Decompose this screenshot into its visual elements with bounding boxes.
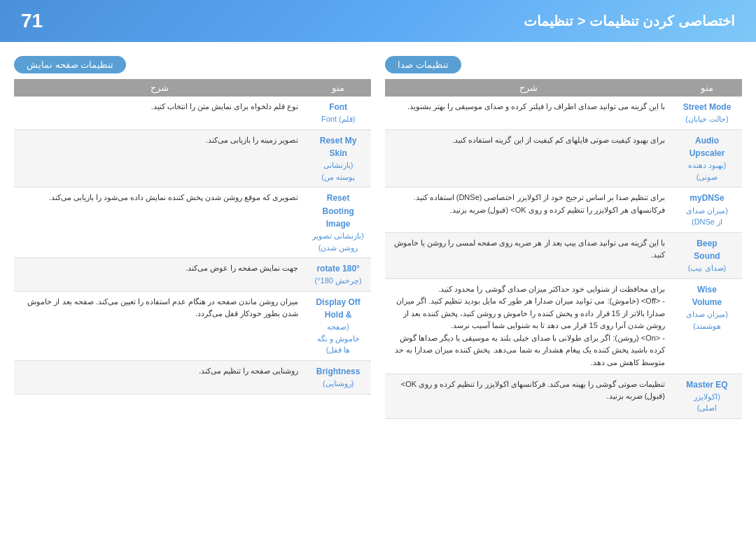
table-row: Reset Booting Image (بازنشانی تصویر روشن… bbox=[14, 187, 371, 258]
table-row: Display Off & Hold (صفحه خاموش و نگه ها … bbox=[14, 291, 371, 360]
table-row: Brightness (روشنایی) روشنایی صفحه را تنظ… bbox=[14, 360, 371, 394]
menu-reset-my-skin: Reset My Skin (بازنشانی پوسته من) bbox=[305, 129, 371, 187]
display-settings-btn[interactable]: تنظیمات صفحه نمایش bbox=[14, 56, 126, 73]
table-row: Street Mode (حالت خیابان) با این گزینه م… bbox=[385, 97, 742, 129]
header-title: اختصاصی کردن تنظیمات < تنظیمات bbox=[524, 13, 735, 29]
desc-reset-booting: تصویری که موقع روشن شدن پخش کننده نمایش … bbox=[14, 187, 305, 258]
table-row: 180° rotate (چرخش 180°) جهت نمایش صفحه ر… bbox=[14, 258, 371, 292]
table-row: Reset My Skin (بازنشانی پوسته من) تصویر … bbox=[14, 129, 371, 187]
table-row: Wise Volume (میزان صدای هوشمند) برای محا… bbox=[385, 278, 742, 374]
right-menu-header: منو bbox=[672, 79, 742, 97]
page-number: 71 bbox=[21, 10, 43, 32]
menu-brightness: Brightness (روشنایی) bbox=[305, 360, 371, 394]
menu-reset-booting: Reset Booting Image (بازنشانی تصویر روشن… bbox=[305, 187, 371, 258]
menu-display-off: Display Off & Hold (صفحه خاموش و نگه ها … bbox=[305, 291, 371, 360]
table-row: myDNSe (میزان صدای از DNSe) برای تنظیم ص… bbox=[385, 187, 742, 232]
desc-brightness: روشنایی صفحه را تنظیم می‌کند. bbox=[14, 360, 305, 394]
table-row: Master EQ (اکولایزر اصلی) تنظیمات صوتی گ… bbox=[385, 374, 742, 418]
menu-audio-upscaler: Audio Upscaler (بهبود دهنده صوتی) bbox=[672, 129, 742, 187]
left-section-header: تنظیمات صفحه نمایش bbox=[14, 56, 371, 73]
table-row: Font (قلم) Font نوع قلم دلخواه برای نمای… bbox=[14, 97, 371, 129]
menu-rotate: 180° rotate (چرخش 180°) bbox=[305, 258, 371, 292]
right-desc-header: شرح bbox=[385, 79, 672, 97]
menu-font: Font (قلم) Font bbox=[305, 97, 371, 129]
desc-beep-sound: با این گزینه می توانید صدای بیپ بعد از ه… bbox=[385, 232, 672, 278]
desc-mydnse: برای تنظیم صدا بر اساس ترجیح خود از اکول… bbox=[385, 187, 672, 232]
desc-audio-upscaler: برای بهبود کیفیت صوتی فایلهای کم کیفیت ا… bbox=[385, 129, 672, 187]
menu-mydnse: myDNSe (میزان صدای از DNSe) bbox=[672, 187, 742, 232]
desc-wise-volume: برای محافظت از شنوایی خود حداکثر میزان ص… bbox=[385, 278, 672, 374]
audio-settings-table: منو شرح Street Mode (حالت خیابان) با این… bbox=[385, 79, 742, 419]
menu-wise-volume: Wise Volume (میزان صدای هوشمند) bbox=[672, 278, 742, 374]
left-desc-header: شرح bbox=[14, 79, 305, 97]
main-content: تنظیمات صفحه نمایش منو شرح Font (قلم) Fo… bbox=[0, 42, 756, 533]
table-row: Beep Sound (صدای بیپ) با این گزینه می تو… bbox=[385, 232, 742, 278]
audio-settings-btn[interactable]: تنظیمات صدا bbox=[385, 56, 461, 73]
table-row: Audio Upscaler (بهبود دهنده صوتی) برای ب… bbox=[385, 129, 742, 187]
left-menu-header: منو bbox=[305, 79, 371, 97]
left-panel: تنظیمات صفحه نمایش منو شرح Font (قلم) Fo… bbox=[14, 56, 371, 526]
desc-rotate: جهت نمایش صفحه را عوض می‌کند. bbox=[14, 258, 305, 292]
menu-beep-sound: Beep Sound (صدای بیپ) bbox=[672, 232, 742, 278]
desc-street-mode: با این گزینه می توانید صدای اطراف را فیل… bbox=[385, 97, 672, 129]
right-panel: تنظیمات صدا منو شرح Street Mode (حالت خی… bbox=[385, 56, 742, 526]
desc-master-eq: تنظیمات صوتی گوشی را بهینه می‌کند. فرکان… bbox=[385, 374, 672, 418]
header: اختصاصی کردن تنظیمات < تنظیمات 71 bbox=[0, 0, 756, 42]
display-settings-table: منو شرح Font (قلم) Font نوع قلم دلخواه ب… bbox=[14, 79, 371, 395]
menu-street-mode: Street Mode (حالت خیابان) bbox=[672, 97, 742, 129]
menu-master-eq: Master EQ (اکولایزر اصلی) bbox=[672, 374, 742, 418]
desc-reset-my-skin: تصویر زمینه را بازیابی می‌کند. bbox=[14, 129, 305, 187]
right-section-header: تنظیمات صدا bbox=[385, 56, 742, 73]
desc-display-off: میزان روشن ماندن صفحه در هنگام عدم استفا… bbox=[14, 291, 305, 360]
desc-font: نوع قلم دلخواه برای نمایش متن را انتخاب … bbox=[14, 97, 305, 129]
